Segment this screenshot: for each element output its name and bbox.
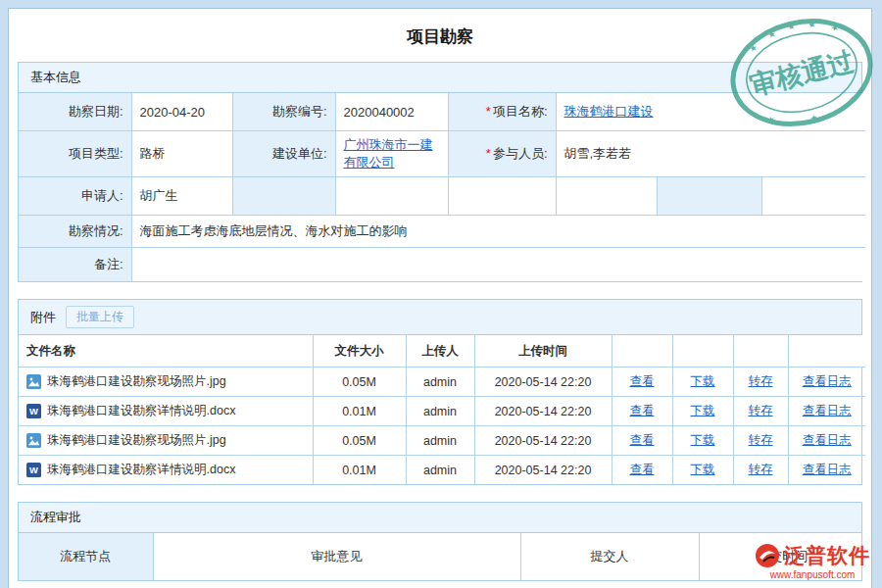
file-uploader: admin <box>406 397 474 426</box>
file-uploader: admin <box>406 426 474 456</box>
basic-info-table: 勘察日期: 2020-04-20 勘察编号: 2020040002 *项目名称:… <box>19 93 865 281</box>
download-link[interactable]: 下载 <box>691 433 715 447</box>
batch-upload-button[interactable]: 批量上传 <box>66 306 134 328</box>
vendor-logo: 泛普软件 www.fanpusoft.com <box>755 542 870 580</box>
build-unit-link[interactable]: 广州珠海市一建有限公司 <box>344 137 433 170</box>
participants-label-text: 参与人员: <box>493 146 548 161</box>
vendor-url: www.fanpusoft.com <box>755 569 870 580</box>
col-flow-node: 流程节点 <box>19 533 153 580</box>
file-upload-time: 2020-05-14 22:20 <box>474 368 612 397</box>
fanpu-logo-icon <box>755 543 780 568</box>
empty-cell <box>556 177 657 216</box>
col-action-3 <box>733 335 788 368</box>
empty-cell <box>335 177 448 216</box>
image-file-icon <box>26 374 41 389</box>
required-asterisk: * <box>486 104 491 119</box>
survey-detail-label: 勘察情况: <box>19 216 131 248</box>
survey-date-value: 2020-04-20 <box>131 93 232 131</box>
empty-cell <box>657 177 761 216</box>
transfer-link[interactable]: 转存 <box>749 404 773 417</box>
basic-info-row-5: 备注: <box>19 248 865 282</box>
project-name-label-text: 项目名称: <box>493 104 548 119</box>
project-type-value: 路桥 <box>131 131 232 177</box>
file-name: 珠海鹤港口建设勘察现场照片.jpg <box>47 373 226 390</box>
col-uploader: 上传人 <box>406 335 474 368</box>
view-link[interactable]: 查看 <box>630 433 655 447</box>
attachments-section: 附件 批量上传 文件名称 文件大小 上传人 上传时间 珠海鹤港口 <box>18 299 862 485</box>
attachments-header-row: 文件名称 文件大小 上传人 上传时间 <box>19 335 865 368</box>
download-link[interactable]: 下载 <box>691 404 715 417</box>
basic-info-title: 基本信息 <box>30 69 81 86</box>
build-unit-value: 广州珠海市一建有限公司 <box>335 131 448 177</box>
file-upload-time: 2020-05-14 22:20 <box>474 456 612 485</box>
view-link[interactable]: 查看 <box>630 463 655 476</box>
view-log-link[interactable]: 查看日志 <box>803 433 852 447</box>
remark-value <box>131 248 865 282</box>
empty-cell <box>761 177 865 216</box>
basic-info-row-4: 勘察情况: 海面施工考虑海底地层情况、海水对施工的影响 <box>19 216 865 248</box>
col-file-size: 文件大小 <box>313 335 406 368</box>
file-size: 0.05M <box>313 368 406 397</box>
basic-info-row-1: 勘察日期: 2020-04-20 勘察编号: 2020040002 *项目名称:… <box>19 93 865 131</box>
file-size: 0.01M <box>313 397 406 426</box>
download-link[interactable]: 下载 <box>691 463 715 476</box>
attachments-table: 文件名称 文件大小 上传人 上传时间 珠海鹤港口建设勘察现场照片.jpg 0.0… <box>19 335 865 484</box>
file-name: 珠海鹤港口建设勘察详情说明.docx <box>47 403 235 419</box>
survey-no-label: 勘察编号: <box>232 93 335 131</box>
file-upload-time: 2020-05-14 22:20 <box>474 397 612 426</box>
attachments-header: 附件 批量上传 <box>19 300 861 335</box>
workflow-header: 流程审批 <box>19 503 861 533</box>
empty-cell <box>448 177 556 216</box>
col-file-name: 文件名称 <box>19 335 313 368</box>
view-link[interactable]: 查看 <box>630 404 655 417</box>
transfer-link[interactable]: 转存 <box>749 433 773 447</box>
file-upload-time: 2020-05-14 22:20 <box>474 426 612 456</box>
required-asterisk: * <box>486 146 491 161</box>
attachment-row: W 珠海鹤港口建设勘察详情说明.docx 0.01M admin 2020-05… <box>19 397 865 426</box>
content-panel: 项目勘察 基本信息 勘察日期: 2020-04-20 勘察编号: 2020040… <box>8 8 872 588</box>
project-name-link[interactable]: 珠海鹤港口建设 <box>564 104 654 119</box>
project-name-label: *项目名称: <box>448 93 556 131</box>
col-action-2 <box>672 335 733 368</box>
transfer-link[interactable]: 转存 <box>749 463 773 476</box>
attachment-row: W 珠海鹤港口建设勘察详情说明.docx 0.01M admin 2020-05… <box>19 456 865 485</box>
view-log-link[interactable]: 查看日志 <box>803 404 852 417</box>
file-name: 珠海鹤港口建设勘察现场照片.jpg <box>47 432 226 449</box>
participants-label: *参与人员: <box>448 131 556 177</box>
col-action-4 <box>788 335 865 368</box>
build-unit-label: 建设单位: <box>232 131 335 177</box>
col-submitter: 提交人 <box>520 533 699 580</box>
workflow-header-row: 流程节点 审批意见 提交人 提交时间 <box>19 533 865 580</box>
view-log-link[interactable]: 查看日志 <box>803 374 852 388</box>
view-log-link[interactable]: 查看日志 <box>803 463 852 476</box>
file-size: 0.01M <box>313 456 406 485</box>
page-title: 项目勘察 <box>18 9 862 62</box>
survey-detail-value: 海面施工考虑海底地层情况、海水对施工的影响 <box>131 216 865 248</box>
workflow-title: 流程审批 <box>30 509 81 526</box>
attachments-title: 附件 <box>30 309 56 326</box>
applicant-value: 胡广生 <box>131 177 232 216</box>
workflow-table: 流程节点 审批意见 提交人 提交时间 <box>19 533 865 580</box>
col-upload-time: 上传时间 <box>474 335 612 368</box>
col-approval-opinion: 审批意见 <box>153 533 520 580</box>
basic-info-row-3: 申请人: 胡广生 <box>19 177 865 216</box>
survey-date-label: 勘察日期: <box>19 93 131 131</box>
basic-info-section: 基本信息 勘察日期: 2020-04-20 勘察编号: 2020040002 *… <box>18 62 862 282</box>
attachment-row: 珠海鹤港口建设勘察现场照片.jpg 0.05M admin 2020-05-14… <box>19 426 865 456</box>
image-file-icon <box>26 433 41 448</box>
participants-value: 胡雪,李若若 <box>556 131 865 177</box>
transfer-link[interactable]: 转存 <box>749 374 773 388</box>
project-name-value: 珠海鹤港口建设 <box>556 93 865 131</box>
file-uploader: admin <box>406 368 474 397</box>
basic-info-row-2: 项目类型: 路桥 建设单位: 广州珠海市一建有限公司 *参与人员: 胡雪,李若若 <box>19 131 865 177</box>
download-link[interactable]: 下载 <box>691 374 715 388</box>
view-link[interactable]: 查看 <box>630 374 655 388</box>
workflow-section: 流程审批 流程节点 审批意见 提交人 提交时间 <box>18 502 862 581</box>
word-file-icon: W <box>26 463 41 477</box>
attachment-row: 珠海鹤港口建设勘察现场照片.jpg 0.05M admin 2020-05-14… <box>19 368 865 397</box>
empty-cell <box>232 177 335 216</box>
file-size: 0.05M <box>313 426 406 456</box>
survey-no-value: 2020040002 <box>335 93 448 131</box>
vendor-name: 泛普软件 <box>784 542 870 569</box>
remark-label: 备注: <box>19 248 131 282</box>
